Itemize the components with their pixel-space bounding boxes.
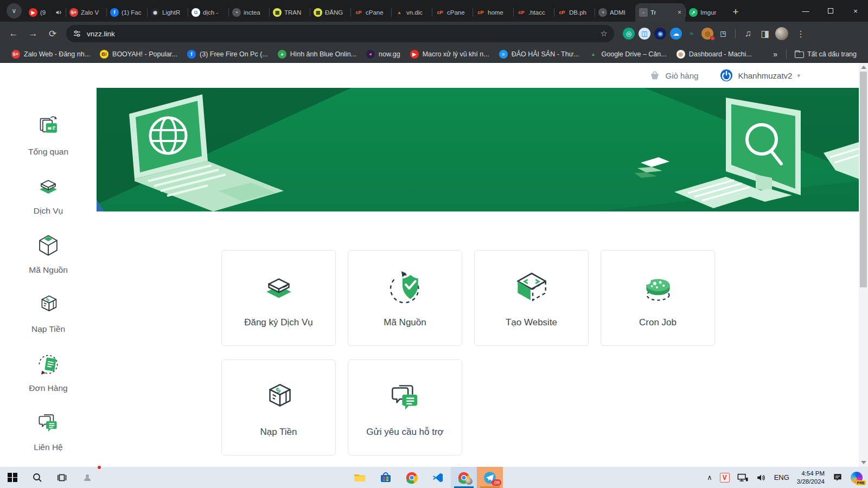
microsoft-store-button[interactable]: [373, 467, 399, 488]
vscode-button[interactable]: [425, 467, 451, 488]
page-header: Giỏ hàng Khanhmuzatv2 ▾: [97, 63, 859, 88]
quick-actions: Đăng ký Dịch Vụ Mã Nguồn Tạo Website Cro…: [97, 250, 840, 455]
user-menu[interactable]: Khanhmuzatv2 ▾: [720, 69, 800, 82]
maximize-button[interactable]: [818, 0, 843, 22]
task-view-button[interactable]: [50, 467, 75, 488]
tab-search-button[interactable]: ∨: [7, 3, 22, 18]
close-window-button[interactable]: ×: [843, 0, 868, 22]
bookmark-item[interactable]: f(3) Free Fire On Pc (...: [182, 48, 273, 61]
card-nap-tien[interactable]: Nạp Tiền: [221, 359, 336, 455]
bookmark-star-icon[interactable]: ☆: [601, 29, 608, 38]
card-dang-ky-dich-vu[interactable]: Đăng ký Dịch Vụ: [221, 250, 336, 346]
side-panel-icon[interactable]: ◨: [758, 25, 771, 42]
playlist-icon[interactable]: ♫: [742, 25, 755, 42]
forward-button[interactable]: →: [25, 25, 41, 42]
browser-menu-icon[interactable]: ⋮: [792, 29, 809, 39]
cloud-extension-icon[interactable]: ☁: [670, 28, 682, 40]
card-ma-nguon[interactable]: Mã Nguồn: [348, 250, 462, 346]
bookmarks-overflow-button[interactable]: »: [768, 50, 783, 59]
file-explorer-icon: [353, 471, 366, 484]
new-tab-button[interactable]: +: [728, 4, 743, 20]
browser-tab[interactable]: ◔inctea: [228, 3, 269, 22]
tab-title: TRAN: [284, 9, 306, 16]
cart-button[interactable]: Giỏ hàng: [649, 69, 699, 81]
sidebar-item-nap-tien[interactable]: Nạp Tiền: [8, 291, 89, 334]
pages-extension-icon[interactable]: ◫: [639, 28, 650, 40]
card-cron-job[interactable]: Cron Job: [601, 250, 715, 346]
browser-tab[interactable]: ◔ADMI: [595, 3, 635, 22]
sidebar-item-lien-he[interactable]: Liên Hệ: [8, 409, 89, 452]
browser-tab[interactable]: ▲vn.dic: [391, 3, 432, 22]
bookmark-item[interactable]: ◎Dashboard - Machi...: [672, 48, 757, 61]
tab-close-icon[interactable]: ×: [678, 9, 681, 16]
action-center-button[interactable]: [832, 472, 843, 483]
bookmark-item[interactable]: ▶Macro xử lý vũ khí n...: [405, 48, 494, 61]
notification-dot: [98, 466, 101, 469]
address-bar[interactable]: vnzz.link ☆: [66, 25, 614, 42]
browser-tab[interactable]: Gdịch -: [188, 3, 228, 22]
browser-tab[interactable]: ▶ (9: [25, 3, 66, 22]
reload-button[interactable]: ⟳: [44, 25, 61, 42]
sidebar-item-tong-quan[interactable]: Tổng quan: [8, 114, 89, 157]
browser-tab[interactable]: cPhome: [473, 3, 513, 22]
all-bookmarks-button[interactable]: Tất cả dấu trang: [790, 48, 861, 61]
browser-tab-active[interactable]: - Tr ×: [635, 3, 685, 22]
extensions-puzzle-icon[interactable]: ◳: [717, 28, 729, 40]
browser-tab[interactable]: ▦TRAN: [269, 3, 310, 22]
browser-tab[interactable]: cPDB.ph: [554, 3, 595, 22]
bookmark-item[interactable]: B!BOOYAH! - Popular...: [95, 48, 182, 61]
browser-tab[interactable]: ▦ĐĂNG: [310, 3, 350, 22]
site-settings-icon[interactable]: [73, 29, 81, 38]
scrollbar-thumb[interactable]: [860, 72, 867, 287]
scrollbar-down-arrow[interactable]: [861, 461, 866, 464]
bookmark-item[interactable]: ◕Hình ảnh Blue Onlin...: [273, 48, 361, 61]
bookmark-item[interactable]: 5+Zalo Web - Đăng nh...: [7, 48, 95, 61]
tab-title: cPane: [366, 9, 387, 16]
browser-tab[interactable]: ◉LightR: [147, 3, 188, 22]
browser-tab[interactable]: cPcPane: [350, 3, 391, 22]
back-button[interactable]: ←: [5, 25, 22, 42]
telegram-badge: .09: [492, 479, 501, 486]
bookmark-item[interactable]: ≡ĐẢO HẢI SẢN - Thư...: [494, 48, 584, 61]
scrollbar-up-arrow[interactable]: [861, 66, 866, 69]
browser-tab[interactable]: 5+Zalo V: [66, 3, 106, 22]
start-button[interactable]: [0, 467, 25, 488]
card-gui-yeu-cau-ho-tro[interactable]: Gửi yêu cầu hỗ trợ: [348, 359, 462, 455]
file-explorer-button[interactable]: [347, 467, 373, 488]
bookmark-item[interactable]: ●now.gg: [361, 48, 405, 61]
profile-avatar[interactable]: [775, 27, 788, 40]
volume-icon[interactable]: [756, 473, 767, 483]
browser-tab[interactable]: f(1) Fac: [106, 3, 147, 22]
chatgpt-extension-icon[interactable]: ◎: [623, 28, 635, 40]
telegram-button[interactable]: .09: [477, 467, 503, 488]
nowgg-bookmark-icon: ●: [366, 50, 375, 59]
card-tao-website[interactable]: Tạo Website: [474, 250, 589, 346]
chrome-button[interactable]: [399, 467, 425, 488]
cookie-extension-icon[interactable]: ◍: [701, 28, 713, 40]
browser-tab[interactable]: cP.htacc: [513, 3, 554, 22]
sidebar-item-ma-nguon[interactable]: Mã Nguồn: [8, 232, 89, 275]
sidebar-item-don-hang[interactable]: Đơn Hàng: [8, 350, 89, 393]
search-button[interactable]: [25, 467, 50, 488]
vscode-icon: [432, 472, 444, 484]
unikey-icon[interactable]: V: [720, 473, 730, 483]
money-box-icon: [34, 291, 62, 319]
clock[interactable]: 4:54 PM 3/28/2024: [797, 470, 825, 486]
page-scrollbar[interactable]: [859, 63, 868, 467]
bookmark-item[interactable]: ▲Google Drive – Cản...: [584, 48, 672, 61]
language-indicator[interactable]: ENG: [774, 473, 789, 481]
people-button[interactable]: [75, 467, 100, 488]
url-text[interactable]: vnzz.link: [87, 30, 595, 38]
extensions-row: ◎ ◫ ◉ ☁ ≈ ◍ ◳ ♫ ◨ ⋮: [623, 25, 809, 42]
tray-chevron-icon[interactable]: ∧: [707, 473, 712, 481]
network-icon[interactable]: [737, 473, 748, 483]
tab-audio-icon[interactable]: [55, 9, 62, 16]
chrome-profile-button[interactable]: [451, 467, 477, 488]
wave-extension-icon[interactable]: ≈: [686, 28, 698, 40]
sidebar-item-dich-vu[interactable]: Dịch Vụ: [8, 173, 89, 216]
eye-extension-icon[interactable]: ◉: [654, 28, 666, 40]
copilot-icon[interactable]: PRE: [851, 472, 863, 484]
browser-tab[interactable]: ↗Imgur: [685, 3, 726, 22]
minimize-button[interactable]: —: [793, 0, 818, 22]
browser-tab[interactable]: cPcPane: [432, 3, 473, 22]
